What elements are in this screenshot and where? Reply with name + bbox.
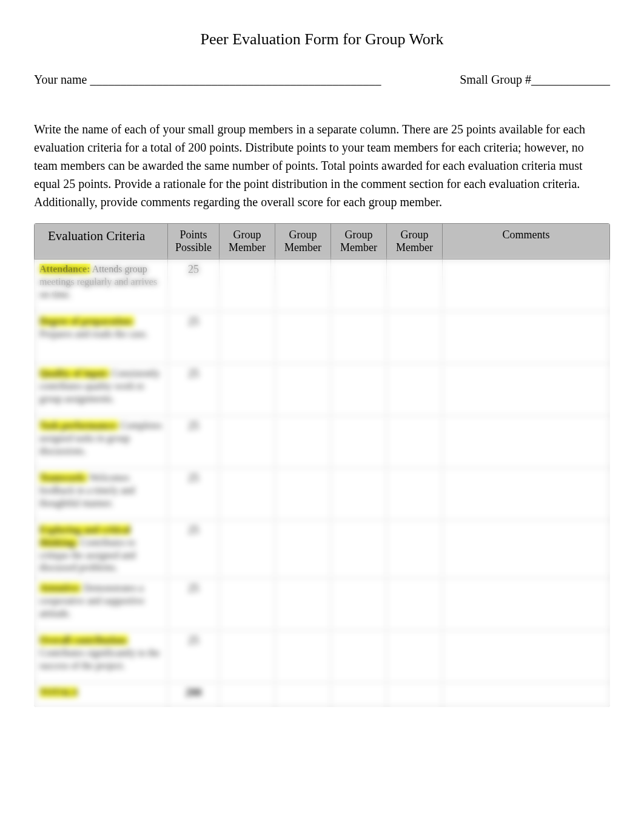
- totals-label-cell: TOTALS: [35, 683, 168, 707]
- name-group-row: Your name ______________________________…: [34, 73, 610, 87]
- points-cell: 25: [168, 364, 220, 416]
- criteria-highlight: Degree of preparation:: [39, 316, 134, 326]
- table-header-row: Evaluation Criteria Points Possible Grou…: [35, 224, 610, 260]
- score-cell[interactable]: [220, 578, 275, 631]
- score-cell[interactable]: [275, 578, 331, 631]
- table-row: Exploring and critical thinking: Contrib…: [35, 520, 610, 578]
- score-cell[interactable]: [331, 520, 387, 578]
- comment-cell[interactable]: [443, 416, 610, 468]
- header-group-member-1: Group Member: [220, 224, 275, 260]
- small-group-field[interactable]: Small Group #_____________: [460, 73, 610, 87]
- score-cell[interactable]: [331, 468, 387, 520]
- score-cell[interactable]: [275, 631, 331, 683]
- comment-cell[interactable]: [443, 578, 610, 631]
- score-cell[interactable]: [387, 468, 443, 520]
- evaluation-table-wrap: Evaluation Criteria Points Possible Grou…: [34, 223, 610, 707]
- score-cell[interactable]: [387, 520, 443, 578]
- totals-score-cell: [220, 683, 275, 707]
- score-cell[interactable]: [387, 260, 443, 312]
- score-cell[interactable]: [387, 631, 443, 683]
- totals-row: TOTALS200: [35, 683, 610, 707]
- evaluation-table: Evaluation Criteria Points Possible Grou…: [34, 223, 610, 707]
- totals-score-cell: [387, 683, 443, 707]
- score-cell[interactable]: [220, 364, 275, 416]
- points-cell: 25: [168, 468, 220, 520]
- comment-cell[interactable]: [443, 631, 610, 683]
- totals-score-cell: [331, 683, 387, 707]
- score-cell[interactable]: [275, 364, 331, 416]
- score-cell[interactable]: [220, 520, 275, 578]
- criteria-highlight: Attentive:: [39, 583, 81, 593]
- table-row: Attendance: Attends group meetings regul…: [35, 260, 610, 312]
- your-name-field[interactable]: Your name ______________________________…: [34, 73, 381, 87]
- criteria-cell: Attentive: Demonstrates a cooperative an…: [35, 578, 168, 631]
- criteria-cell: Quality of input: Consistently contribut…: [35, 364, 168, 416]
- score-cell[interactable]: [331, 364, 387, 416]
- comment-cell[interactable]: [443, 468, 610, 520]
- points-cell: 25: [168, 260, 220, 312]
- totals-score-cell: [275, 683, 331, 707]
- score-cell[interactable]: [331, 312, 387, 364]
- score-cell[interactable]: [220, 468, 275, 520]
- header-comments: Comments: [443, 224, 610, 260]
- totals-label: TOTALS: [39, 687, 78, 697]
- score-cell[interactable]: [387, 416, 443, 468]
- points-cell: 25: [168, 520, 220, 578]
- points-cell: 25: [168, 416, 220, 468]
- points-cell: 25: [168, 312, 220, 364]
- table-row: Quality of input: Consistently contribut…: [35, 364, 610, 416]
- criteria-description: Contributes significantly to the success…: [39, 648, 160, 671]
- score-cell[interactable]: [220, 260, 275, 312]
- table-row: Teamwork: Welcomes feedback in a timely …: [35, 468, 610, 520]
- criteria-cell: Teamwork: Welcomes feedback in a timely …: [35, 468, 168, 520]
- comment-cell[interactable]: [443, 364, 610, 416]
- table-row: Attentive: Demonstrates a cooperative an…: [35, 578, 610, 631]
- score-cell[interactable]: [220, 416, 275, 468]
- header-group-member-3: Group Member: [331, 224, 387, 260]
- score-cell[interactable]: [275, 312, 331, 364]
- page-title: Peer Evaluation Form for Group Work: [34, 30, 610, 49]
- points-cell: 25: [168, 631, 220, 683]
- table-row: Task performance: Completes assigned tas…: [35, 416, 610, 468]
- totals-points-cell: 200: [168, 683, 220, 707]
- criteria-cell: Task performance: Completes assigned tas…: [35, 416, 168, 468]
- criteria-highlight: Teamwork:: [39, 472, 87, 483]
- score-cell[interactable]: [331, 260, 387, 312]
- criteria-highlight: Attendance:: [39, 264, 90, 274]
- score-cell[interactable]: [275, 520, 331, 578]
- score-cell[interactable]: [331, 578, 387, 631]
- criteria-description: Prepares and reads the case.: [39, 329, 148, 339]
- score-cell[interactable]: [387, 312, 443, 364]
- table-row: Degree of preparation: Prepares and read…: [35, 312, 610, 364]
- header-criteria: Evaluation Criteria: [35, 224, 168, 260]
- score-cell[interactable]: [220, 631, 275, 683]
- score-cell[interactable]: [387, 578, 443, 631]
- criteria-cell: Attendance: Attends group meetings regul…: [35, 260, 168, 312]
- points-cell: 25: [168, 578, 220, 631]
- score-cell[interactable]: [387, 364, 443, 416]
- score-cell[interactable]: [275, 260, 331, 312]
- criteria-highlight: Task performance:: [39, 420, 118, 431]
- totals-comment-cell: [443, 683, 610, 707]
- header-points: Points Possible: [168, 224, 220, 260]
- comment-cell[interactable]: [443, 520, 610, 578]
- score-cell[interactable]: [331, 631, 387, 683]
- header-group-member-4: Group Member: [387, 224, 443, 260]
- instructions-text: Write the name of each of your small gro…: [34, 120, 610, 211]
- criteria-highlight: Quality of input:: [39, 368, 109, 378]
- score-cell[interactable]: [275, 468, 331, 520]
- criteria-cell: Exploring and critical thinking: Contrib…: [35, 520, 168, 578]
- score-cell[interactable]: [220, 312, 275, 364]
- comment-cell[interactable]: [443, 312, 610, 364]
- criteria-highlight: Overall contribution:: [39, 635, 128, 645]
- comment-cell[interactable]: [443, 260, 610, 312]
- score-cell[interactable]: [331, 416, 387, 468]
- table-row: Overall contribution: Contributes signif…: [35, 631, 610, 683]
- score-cell[interactable]: [275, 416, 331, 468]
- criteria-cell: Degree of preparation: Prepares and read…: [35, 312, 168, 364]
- header-group-member-2: Group Member: [275, 224, 331, 260]
- criteria-cell: Overall contribution: Contributes signif…: [35, 631, 168, 683]
